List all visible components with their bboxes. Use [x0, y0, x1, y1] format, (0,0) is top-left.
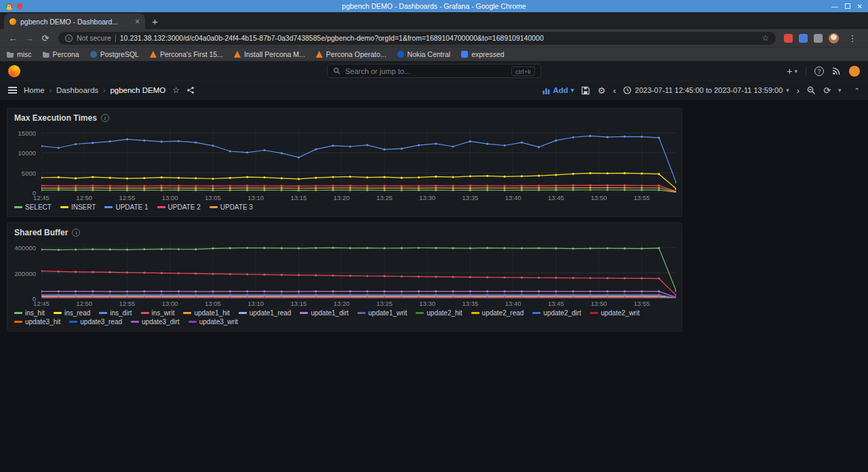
- legend-item-update1_read[interactable]: update1_read: [239, 309, 292, 317]
- legend-item-update3_dirt[interactable]: update3_dirt: [131, 318, 180, 326]
- legend-swatch: [189, 321, 197, 323]
- browser-profile-avatar[interactable]: [829, 33, 839, 43]
- bookmark-item[interactable]: Install Percona M...: [234, 50, 305, 58]
- breadcrumb-item[interactable]: pgbench DEMO: [110, 86, 165, 94]
- tab-close-icon[interactable]: ×: [135, 18, 140, 26]
- series-line-INSERT: [41, 173, 676, 189]
- close-button[interactable]: ✕: [857, 3, 863, 10]
- site-info-icon[interactable]: i: [65, 35, 73, 42]
- minimize-button[interactable]: —: [831, 3, 838, 10]
- bookmark-star-icon[interactable]: ☆: [762, 33, 769, 43]
- maximize-button[interactable]: [845, 3, 850, 9]
- bookmark-item[interactable]: Percona: [43, 50, 79, 58]
- time-range-picker[interactable]: 2023-07-11 12:45:00 to 2023-07-11 13:59:…: [623, 86, 789, 94]
- panel-max-execution-times[interactable]: Max Execution Times i 050001000015000 12…: [7, 108, 682, 217]
- refresh-icon[interactable]: ⟳: [823, 85, 831, 96]
- browser-tab[interactable]: pgbench DEMO - Dashboard... ×: [4, 14, 145, 29]
- save-dashboard-icon[interactable]: [581, 86, 590, 95]
- legend-item-ins_read[interactable]: ins_read: [54, 309, 90, 317]
- legend-item-ins_hit[interactable]: ins_hit: [14, 309, 45, 317]
- favorite-star-icon[interactable]: ☆: [172, 85, 180, 95]
- panel-info-icon[interactable]: i: [72, 229, 80, 237]
- legend-item-update3_read[interactable]: update3_read: [69, 318, 122, 326]
- legend-swatch: [183, 312, 191, 314]
- legend-item-UPDATE 1[interactable]: UPDATE 1: [104, 203, 148, 211]
- x-axis-label: 13:25: [372, 300, 397, 307]
- legend-item-update3_hit[interactable]: update3_hit: [14, 318, 60, 326]
- browser-menu-icon[interactable]: ⋮: [845, 34, 860, 43]
- share-dashboard-icon[interactable]: [186, 86, 195, 94]
- x-axis-label: 13:35: [458, 300, 482, 307]
- new-menu-button[interactable]: +▾: [787, 66, 797, 77]
- bookmark-item[interactable]: Nokia Central: [397, 50, 451, 58]
- extension-icon[interactable]: [799, 34, 808, 43]
- mega-menu-icon[interactable]: [8, 87, 17, 94]
- back-button[interactable]: ←: [5, 34, 20, 43]
- legend-item-SELECT[interactable]: SELECT: [14, 203, 52, 211]
- user-avatar[interactable]: [849, 66, 860, 77]
- breadcrumb-item[interactable]: Dashboards: [56, 86, 98, 94]
- zoom-out-icon[interactable]: [807, 86, 816, 95]
- series-line-UPDATE 1: [41, 136, 676, 182]
- refresh-interval-caret-icon[interactable]: ▾: [838, 87, 842, 94]
- window-titlebar: pgbench DEMO - Dashboards - Grafana - Go…: [0, 0, 868, 12]
- chart-plot[interactable]: [41, 243, 676, 298]
- extension-adblock-icon[interactable]: [784, 34, 793, 43]
- legend-label: update1_dirt: [311, 309, 349, 317]
- x-axis-label: 13:20: [330, 194, 354, 201]
- help-icon[interactable]: ?: [814, 66, 824, 76]
- legend-item-update2_hit[interactable]: update2_hit: [416, 309, 462, 317]
- time-shift-back-icon[interactable]: ‹: [613, 86, 616, 95]
- bookmarks-bar: miscPerconaPostgreSQLPercona's First 15.…: [0, 47, 868, 61]
- search-placeholder: Search or jump to...: [345, 67, 410, 75]
- legend-swatch: [300, 312, 308, 314]
- chart-plot-area[interactable]: [41, 243, 676, 298]
- bookmark-item[interactable]: Percona's First 15...: [150, 50, 223, 58]
- x-axis-label: 13:20: [330, 300, 354, 307]
- bookmark-item[interactable]: Percona Operato...: [316, 50, 387, 58]
- grafana-logo-icon[interactable]: [8, 65, 20, 77]
- collapse-topbar-icon[interactable]: ⌃: [854, 87, 860, 94]
- dashboard-settings-icon[interactable]: ⚙: [597, 85, 606, 96]
- x-axis-label: 13:05: [201, 300, 225, 307]
- x-axis-label: 12:50: [72, 194, 96, 201]
- legend-item-update3_writ[interactable]: update3_writ: [189, 318, 238, 326]
- legend-item-update1_writ[interactable]: update1_writ: [357, 309, 407, 317]
- breadcrumb-item[interactable]: Home: [24, 86, 45, 94]
- legend-item-update2_dirt[interactable]: update2_dirt: [532, 309, 581, 317]
- url-bar[interactable]: i Not secure 10.231.38.132:3000/d/c04a0a…: [58, 32, 776, 45]
- reload-button[interactable]: ⟳: [38, 34, 53, 43]
- legend-item-ins_dirt[interactable]: ins_dirt: [99, 309, 132, 317]
- legend-item-UPDATE 3[interactable]: UPDATE 3: [210, 203, 253, 211]
- bookmark-label: Nokia Central: [408, 50, 451, 58]
- news-icon[interactable]: [832, 66, 841, 75]
- search-input[interactable]: Search or jump to... ctrl+k: [327, 64, 541, 78]
- chart-plot[interactable]: [41, 128, 676, 193]
- chart-plot-area[interactable]: [41, 128, 676, 193]
- legend-item-ins_writ[interactable]: ins_writ: [141, 309, 175, 317]
- time-shift-forward-icon[interactable]: ›: [797, 86, 800, 95]
- new-tab-button[interactable]: +: [152, 16, 158, 26]
- extensions-puzzle-icon[interactable]: [814, 34, 823, 43]
- panel-shared-buffer[interactable]: Shared Buffer i 0200000400000 12:4512:50…: [7, 222, 682, 332]
- legend-item-update1_hit[interactable]: update1_hit: [183, 309, 229, 317]
- panel-info-icon[interactable]: i: [101, 114, 109, 122]
- forward-button[interactable]: →: [22, 34, 37, 43]
- x-axis-label: 12:55: [115, 194, 139, 201]
- legend-item-update1_dirt[interactable]: update1_dirt: [300, 309, 349, 317]
- bookmark-item[interactable]: PostgreSQL: [90, 50, 139, 58]
- add-panel-button[interactable]: Add▾: [542, 86, 574, 94]
- legend-item-UPDATE 2[interactable]: UPDATE 2: [157, 203, 201, 211]
- x-axis-label: 13:10: [243, 300, 268, 307]
- window-title: pgbench DEMO - Dashboards - Grafana - Go…: [0, 2, 868, 10]
- legend-label: ins_dirt: [110, 309, 132, 317]
- grafana-topbar: Search or jump to... ctrl+k +▾ ?: [0, 61, 868, 81]
- bookmark-item[interactable]: expressed: [461, 50, 504, 58]
- legend-label: ins_hit: [25, 309, 45, 317]
- legend-item-update2_read[interactable]: update2_read: [471, 309, 524, 317]
- bookmark-label: Percona Operato...: [326, 50, 387, 58]
- legend-item-INSERT[interactable]: INSERT: [60, 203, 96, 211]
- bookmark-item[interactable]: misc: [7, 50, 32, 58]
- legend-item-update2_writ[interactable]: update2_writ: [590, 309, 639, 317]
- legend-swatch: [141, 312, 149, 314]
